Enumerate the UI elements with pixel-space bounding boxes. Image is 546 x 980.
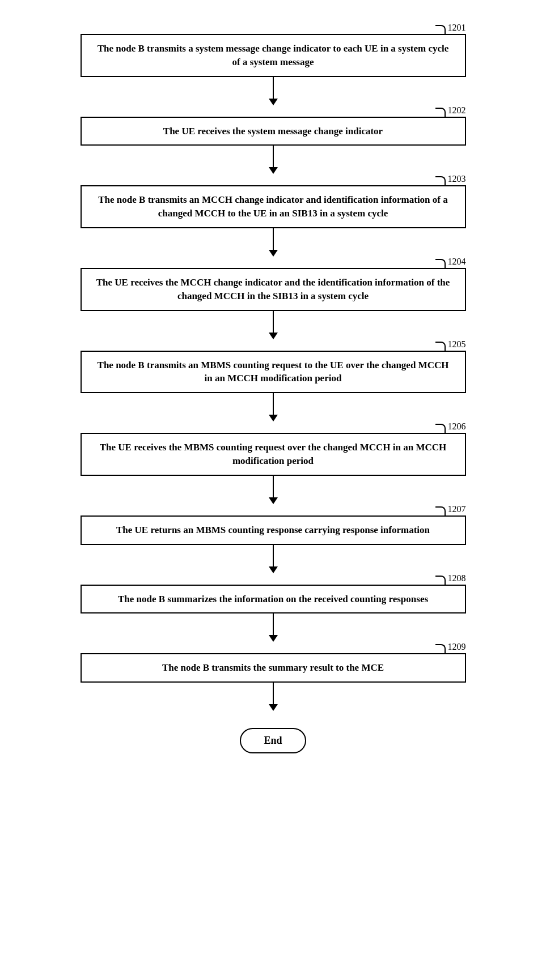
arrow-8 [269,613,278,642]
end-oval: End [240,728,306,753]
step-1202-number-area: 1202 [81,105,466,116]
brace-1203 [435,176,446,186]
step-1209-label: 1209 [448,642,466,652]
step-1208-text: The node B summarizes the information on… [118,594,428,604]
brace-1207 [435,506,446,517]
arrow-line-6 [273,476,274,497]
arrow-9 [269,683,278,711]
step-1202-text: The UE receives the system message chang… [163,126,383,137]
step-1209-box: The node B transmits the summary result … [81,653,466,683]
step-1202-label: 1202 [448,105,466,116]
arrow-5 [269,393,278,421]
step-1208-number-area: 1208 [81,573,466,583]
arrow-2 [269,146,278,174]
step-1203-text: The node B transmits an MCCH change indi… [98,194,447,219]
step-1204-number-area: 1204 [81,257,466,267]
step-1206-wrapper: 1206 The UE receives the MBMS counting r… [41,421,506,476]
arrow-3 [269,228,278,257]
step-1201-text: The node B transmits a system message ch… [98,43,449,67]
step-1206-number-area: 1206 [81,421,466,432]
step-1201-wrapper: 1201 The node B transmits a system messa… [41,23,506,77]
arrow-7 [269,545,278,573]
brace-1204 [435,259,446,269]
flowchart: 1201 The node B transmits a system messa… [41,23,506,753]
brace-1202 [435,108,446,118]
step-1203-wrapper: 1203 The node B transmits an MCCH change… [41,174,506,228]
arrow-head-5 [269,415,278,421]
step-1205-box: The node B transmits an MBMS counting re… [81,351,466,394]
step-1206-label: 1206 [448,421,466,432]
brace-1205 [435,342,446,352]
step-1205-text: The node B transmits an MBMS counting re… [98,360,449,384]
step-1201-label: 1201 [448,23,466,33]
brace-1209 [435,644,446,654]
step-1208-label: 1208 [448,573,466,583]
step-1209-text: The node B transmits the summary result … [162,662,384,673]
step-1201-box: The node B transmits a system message ch… [81,34,466,77]
step-1207-box: The UE returns an MBMS counting response… [81,515,466,545]
arrow-1 [269,77,278,105]
arrow-line-2 [273,146,274,167]
step-1204-label: 1204 [448,257,466,267]
arrow-line-3 [273,228,274,250]
step-1201-number-area: 1201 [81,23,466,33]
end-label: End [264,735,282,746]
arrow-line-1 [273,77,274,99]
arrow-6 [269,476,278,504]
brace-1206 [435,424,446,434]
step-1207-wrapper: 1207 The UE returns an MBMS counting res… [41,504,506,545]
arrow-line-7 [273,545,274,566]
step-1206-text: The UE receives the MBMS counting reques… [100,442,447,466]
step-1205-label: 1205 [448,339,466,350]
step-1204-text: The UE receives the MCCH change indicato… [96,277,450,301]
step-1204-box: The UE receives the MCCH change indicato… [81,268,466,311]
arrow-head-8 [269,635,278,642]
arrow-head-1 [269,99,278,105]
arrow-head-2 [269,167,278,174]
arrow-line-9 [273,683,274,704]
step-1205-wrapper: 1205 The node B transmits an MBMS counti… [41,339,506,394]
arrow-head-4 [269,333,278,339]
step-1202-wrapper: 1202 The UE receives the system message … [41,105,506,146]
arrow-line-8 [273,613,274,635]
step-1205-number-area: 1205 [81,339,466,350]
arrow-line-4 [273,311,274,333]
arrow-head-9 [269,704,278,711]
step-1209-wrapper: 1209 The node B transmits the summary re… [41,642,506,683]
step-1203-number-area: 1203 [81,174,466,184]
step-1207-label: 1207 [448,504,466,514]
step-1206-box: The UE receives the MBMS counting reques… [81,433,466,476]
step-1203-box: The node B transmits an MCCH change indi… [81,185,466,228]
step-1208-wrapper: 1208 The node B summarizes the informati… [41,573,506,614]
step-1202-box: The UE receives the system message chang… [81,117,466,146]
arrow-4 [269,311,278,339]
arrow-head-7 [269,566,278,573]
arrow-head-3 [269,250,278,257]
brace-1208 [435,576,446,586]
step-1207-number-area: 1207 [81,504,466,514]
arrow-line-5 [273,393,274,415]
step-1204-wrapper: 1204 The UE receives the MCCH change ind… [41,257,506,311]
step-1208-box: The node B summarizes the information on… [81,585,466,614]
step-1207-text: The UE returns an MBMS counting response… [116,525,430,535]
arrow-head-6 [269,497,278,504]
step-1203-label: 1203 [448,174,466,184]
step-1209-number-area: 1209 [81,642,466,652]
brace-1201 [435,25,446,35]
